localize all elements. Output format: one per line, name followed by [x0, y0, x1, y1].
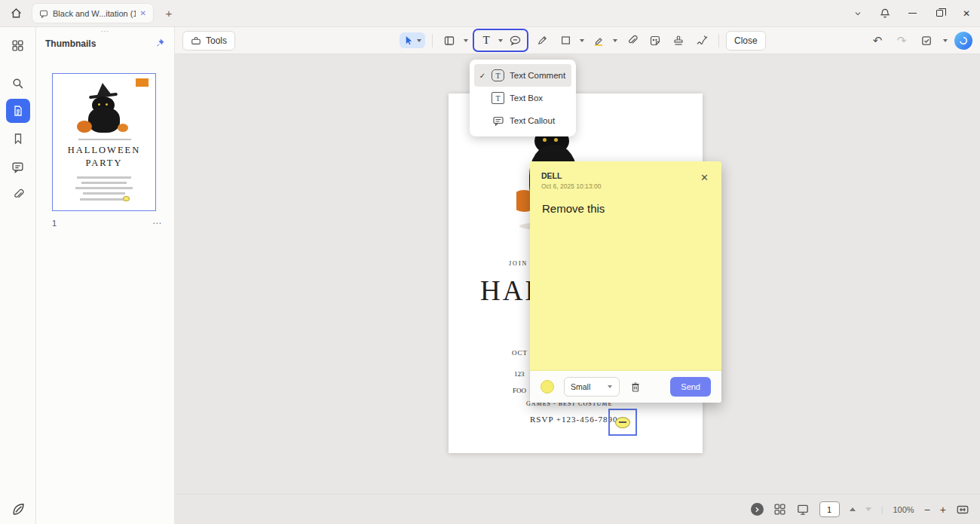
select-tool-chevron-icon[interactable] — [417, 39, 421, 42]
pdfelement-logo-icon — [11, 501, 26, 516]
note-color-swatch[interactable] — [541, 380, 554, 394]
save-status-button[interactable] — [917, 31, 936, 51]
page-view-chevron-icon[interactable] — [464, 39, 468, 42]
thumb-comment-marker — [123, 196, 130, 201]
text-comment-active-group: T — [473, 29, 528, 52]
note-timestamp: Oct 6, 2025 10:13:00 — [541, 182, 710, 190]
text-tool-chevron-icon[interactable] — [498, 39, 503, 42]
send-label: Send — [681, 382, 700, 391]
note-footer: Small Send — [530, 371, 721, 403]
menu-item-text-callout[interactable]: Text Callout — [474, 109, 571, 132]
presentation-mode-icon[interactable] — [796, 503, 810, 516]
pen-icon — [537, 35, 548, 46]
chevron-right-icon — [753, 506, 761, 513]
text-box-icon: T — [492, 92, 504, 104]
document-canvas[interactable]: JOIN HAL OCT 123 FOO GAMES - BEST COSTUM… — [175, 54, 980, 524]
thumb-cat-eye — [98, 103, 100, 106]
sticker-icon — [649, 35, 661, 47]
stamp-tool-button[interactable] — [669, 31, 688, 51]
size-select-chevron-icon — [608, 385, 612, 388]
menu-item-text-comment[interactable]: ✓ T Text Comment — [474, 64, 571, 87]
thumb-text-line — [75, 187, 133, 189]
apps-menu-button[interactable] — [6, 33, 30, 57]
signature-tool-button[interactable] — [692, 31, 712, 51]
save-status-icon — [920, 35, 933, 47]
titlebar-dropdown-button[interactable] — [844, 0, 871, 26]
status-divider: | — [881, 505, 884, 514]
fit-width-icon[interactable] — [956, 503, 969, 516]
apps-grid-icon — [11, 39, 24, 52]
zoom-out-button[interactable]: − — [924, 504, 930, 516]
next-page-button[interactable] — [865, 507, 871, 511]
save-status-chevron-icon[interactable] — [943, 39, 948, 42]
shape-tool-chevron-icon[interactable] — [580, 39, 584, 42]
page-number-input[interactable]: 1 — [819, 501, 840, 517]
zoom-level[interactable]: 100% — [893, 505, 914, 514]
highlight-tool-chevron-icon[interactable] — [613, 39, 617, 42]
bookmark-icon — [12, 133, 24, 145]
new-tab-button[interactable]: + — [158, 3, 179, 24]
attachments-panel-button[interactable] — [6, 182, 30, 207]
shape-tool-button[interactable] — [556, 31, 575, 51]
restore-icon — [936, 10, 943, 17]
thumb-footer: 1 ⋯ — [52, 218, 162, 228]
previous-page-button[interactable] — [850, 507, 856, 511]
pen-tool-button[interactable] — [532, 31, 552, 51]
home-button[interactable] — [0, 0, 32, 26]
thumbnails-panel: ⋯ Thumbnails HALLOWEEN PARTY — [36, 27, 175, 524]
page-thumbnail[interactable]: HALLOWEEN PARTY — [52, 73, 156, 211]
page-view-icon — [443, 35, 455, 47]
home-icon — [10, 7, 23, 20]
toolbar-center-tools: T — [400, 29, 766, 52]
titlebar-controls: ✕ — [844, 0, 980, 26]
app-body: ⋯ Thumbnails HALLOWEEN PARTY — [0, 27, 980, 524]
search-panel-button[interactable] — [6, 71, 30, 95]
close-window-button[interactable]: ✕ — [953, 0, 980, 26]
pin-panel-button[interactable] — [154, 38, 165, 49]
close-tools-button[interactable]: Close — [726, 31, 766, 51]
toolbar: Tools T — [175, 27, 980, 54]
delete-note-icon[interactable] — [629, 381, 642, 393]
attach-tool-button[interactable] — [622, 31, 642, 51]
thumb-text-line — [83, 192, 125, 195]
send-comment-button[interactable]: Send — [670, 377, 711, 397]
note-body-text[interactable]: Remove this — [530, 190, 721, 215]
expand-panel-button[interactable] — [751, 503, 764, 516]
thumb-text-line — [81, 182, 127, 184]
bookmarks-panel-button[interactable] — [6, 127, 30, 151]
tab-close-button[interactable]: ✕ — [140, 9, 146, 17]
thumbnails-panel-button[interactable] — [6, 99, 30, 123]
page-view-tool-button[interactable] — [439, 31, 459, 51]
page-text-address: 123 — [514, 370, 525, 378]
comments-panel-button[interactable] — [6, 155, 30, 179]
thumb-cat-body — [88, 107, 120, 133]
toolbar-right-tools: ↶ ↷ — [868, 31, 972, 51]
thumb-tiny-text-line — [78, 139, 131, 140]
ai-assistant-button[interactable] — [954, 32, 972, 50]
restore-button[interactable] — [926, 0, 953, 26]
highlight-tool-button[interactable] — [589, 31, 608, 51]
zoom-in-button[interactable]: + — [940, 504, 946, 516]
sticker-tool-button[interactable] — [645, 31, 665, 51]
page-text-food: FOO — [513, 387, 526, 394]
thumb-more-button[interactable]: ⋯ — [152, 218, 162, 228]
page-text-rsvp: RSVP +123-456-7890 — [530, 415, 617, 424]
comment-bubble-icon — [509, 34, 522, 47]
panel-drag-handle[interactable]: ⋯ — [36, 27, 174, 35]
comment-bubble-tool-button[interactable] — [505, 31, 525, 51]
note-close-button[interactable]: ✕ — [700, 172, 709, 183]
select-tool-button[interactable] — [400, 32, 425, 48]
redo-button[interactable]: ↷ — [893, 34, 911, 47]
toolbar-divider — [718, 34, 719, 47]
selected-comment-annotation[interactable] — [608, 409, 637, 436]
minimize-button[interactable] — [899, 0, 926, 26]
text-comment-tool-button[interactable]: T — [476, 31, 496, 51]
page-grid-view-icon[interactable] — [773, 503, 786, 516]
notifications-button[interactable] — [871, 0, 899, 26]
document-tab[interactable]: Black and W...itation (1) ✕ — [32, 3, 154, 23]
bell-icon — [879, 8, 891, 20]
tools-button[interactable]: Tools — [182, 31, 235, 51]
note-size-select[interactable]: Small — [564, 377, 620, 397]
undo-button[interactable]: ↶ — [868, 34, 887, 47]
menu-item-text-box[interactable]: T Text Box — [474, 87, 571, 109]
